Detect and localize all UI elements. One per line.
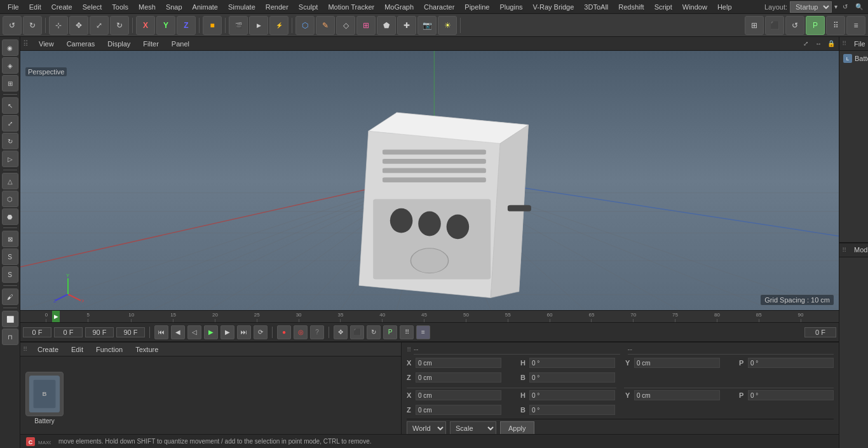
viewport-panel-menu[interactable]: Panel [168,39,193,49]
menu-item-3dtoall[interactable]: 3DToAll [579,2,613,12]
apply-button[interactable]: Apply [500,421,534,435]
render-viewport-button[interactable]: ▶ [249,16,268,35]
object-button[interactable]: ■ [203,16,222,35]
sidebar-select-btn[interactable]: ▷ [2,151,18,167]
layout-search-icon[interactable]: 🔍 [853,3,865,10]
scale-button[interactable]: ⤢ [90,16,109,35]
sidebar-texture-btn[interactable]: ◈ [2,57,18,74]
play-button[interactable]: ▶ [204,325,218,339]
sidebar-edge-btn[interactable]: ⬡ [2,191,18,207]
preview-start-input[interactable] [54,327,83,337]
null-button[interactable]: ✚ [397,16,416,35]
create-menu[interactable]: Create [34,344,62,355]
menu-item-character[interactable]: Character [419,2,459,12]
menu-item-select[interactable]: Select [78,2,107,12]
playback-grid-btn[interactable]: ⠿ [400,325,414,339]
scale-z-input[interactable] [416,405,501,415]
light-button[interactable]: ☀ [438,16,457,35]
pen-button[interactable]: ✎ [316,16,335,35]
record-auto-button[interactable]: ◎ [294,325,308,339]
attr-mode-menu[interactable]: Mode [850,245,868,255]
move-button[interactable]: ✥ [69,16,88,35]
end-frame-input[interactable] [116,327,145,337]
battery-thumbnail[interactable]: B [25,372,64,416]
camera-button[interactable]: 📷 [417,16,437,35]
key-selection-button[interactable]: ⬛ [350,325,364,339]
rot-h-input[interactable] [529,358,615,368]
menu-item-snap[interactable]: Snap [161,2,187,12]
viewport-sync-icon[interactable]: ↔ [813,39,824,49]
menu-item-edit[interactable]: Edit [24,2,46,12]
viewport-filter-menu[interactable]: Filter [139,39,162,49]
menu-item-help[interactable]: Help [712,2,737,12]
playback-mode-button[interactable]: P [806,16,825,35]
undo-button[interactable]: ↺ [3,16,22,35]
pos-y-input[interactable] [634,358,720,368]
menu-item-create[interactable]: Create [46,2,78,12]
jump-end-button[interactable]: ⏭ [237,325,251,339]
sidebar-floor-btn[interactable]: ⬜ [2,311,18,327]
size-p-input[interactable] [748,390,834,400]
deform-button[interactable]: ⊞ [356,16,376,35]
om-file-menu[interactable]: File [850,39,868,49]
pos-z-input[interactable] [416,372,501,383]
viewport-lock-icon[interactable]: 🔒 [826,39,836,49]
om-item-battery-charger[interactable]: L Battery_Charger_GP_Powerbank [841,52,868,65]
sidebar-point-btn[interactable]: ⬣ [2,208,18,225]
layout-reset-icon[interactable]: ↺ [840,3,850,10]
sidebar-paint-btn[interactable]: 🖌 [2,288,18,305]
rot-p-input[interactable] [748,358,834,368]
sidebar-move-btn[interactable]: ↖ [2,97,18,114]
viewport-canvas[interactable]: Perspective X Z Y Grid Spacing : 10 c [20,51,839,310]
viewport-expand-icon[interactable]: ⤢ [801,39,811,49]
current-frame-display[interactable] [804,327,836,337]
spline-button[interactable]: ◇ [336,16,355,35]
viewport-cameras-menu[interactable]: Cameras [63,39,99,49]
texture-menu[interactable]: Texture [132,344,162,355]
sidebar-knife-btn[interactable]: ⊠ [2,231,18,247]
scale-x-input[interactable] [416,390,501,400]
x-axis-button[interactable]: X [136,16,155,35]
menu-item-v-ray-bridge[interactable]: V-Ray Bridge [528,2,580,12]
sidebar-bend-btn[interactable]: ⊓ [2,329,18,345]
prev-frame-button[interactable]: ◀ [171,325,185,339]
render-button[interactable]: ⚡ [269,16,288,35]
timeline-toggle-button[interactable]: ≡ [846,16,865,35]
menu-item-sculpt[interactable]: Sculpt [294,2,323,12]
menu-item-mograph[interactable]: MoGraph [379,2,419,12]
sidebar-polygon-btn[interactable]: △ [2,173,18,189]
loop-button[interactable]: ⟳ [254,325,268,339]
menu-item-redshift[interactable]: Redshift [613,2,649,12]
menu-item-file[interactable]: File [3,2,24,12]
grid-button[interactable]: ⠿ [826,16,845,35]
layout-dropdown[interactable]: Startup [790,1,832,13]
size-b-input[interactable] [529,405,615,415]
sidebar-magnet-btn[interactable]: S [2,248,18,265]
key-tangent-button[interactable]: ↻ [367,325,381,339]
cube-button[interactable]: ⬡ [295,16,315,35]
rotate-tool-button[interactable]: ↺ [785,16,804,35]
next-frame-button[interactable]: ▶ [220,325,234,339]
playback-mode-btn2[interactable]: P [383,325,397,339]
move-tool-button[interactable]: ⊞ [745,16,764,35]
play-back-button[interactable]: ◁ [187,325,201,339]
redo-button[interactable]: ↻ [23,16,42,35]
sidebar-model-btn[interactable]: ◉ [2,39,18,56]
render-region-button[interactable]: 🎬 [229,16,248,35]
select-button[interactable]: ⊹ [49,16,68,35]
om-content[interactable]: L Battery_Charger_GP_Powerbank [839,51,868,242]
menu-item-pipeline[interactable]: Pipeline [459,2,494,12]
menu-item-tools[interactable]: Tools [107,2,133,12]
scale-tool-button[interactable]: ⬛ [765,16,784,35]
size-h-input[interactable] [529,390,615,400]
pos-x-input[interactable] [416,358,501,368]
snap-keys-button[interactable]: ✥ [334,325,348,339]
jump-start-button[interactable]: ⏮ [154,325,168,339]
viewport-display-menu[interactable]: Display [104,39,134,49]
sidebar-smooth-btn[interactable]: S [2,266,18,283]
menu-item-script[interactable]: Script [649,2,677,12]
polygon-button[interactable]: ⬟ [377,16,396,35]
world-dropdown[interactable]: World Object Local [407,421,446,435]
timeline[interactable]: ▶ 051015202530354045505560657075808590 [20,310,839,323]
function-menu[interactable]: Function [92,344,126,355]
